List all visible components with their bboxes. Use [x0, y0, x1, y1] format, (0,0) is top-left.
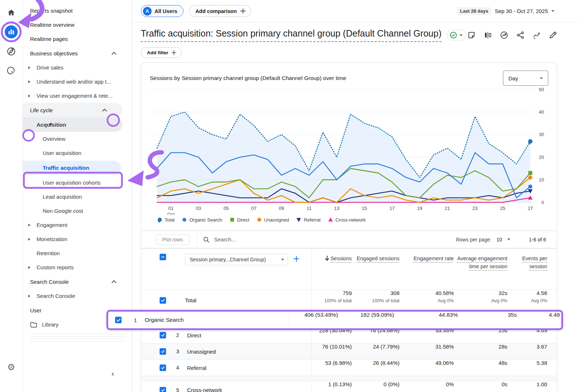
x-axis-label: 19: [417, 206, 422, 211]
select-all-checkbox[interactable]: [160, 254, 166, 260]
advertising-icon[interactable]: [4, 64, 18, 78]
metric-value: 49.06%: [400, 360, 454, 376]
gear-icon[interactable]: ⚙: [4, 360, 18, 374]
sidebar-item-label: Realtime pages: [30, 36, 68, 42]
row-number: 2: [176, 332, 187, 338]
reports-icon[interactable]: [4, 25, 18, 39]
expand-arrow-icon[interactable]: [28, 94, 30, 97]
sidebar-item-label: Retention: [37, 250, 60, 256]
all-users-segment[interactable]: A All Users: [141, 5, 183, 17]
legend-item-unassigned[interactable]: Unassigned: [257, 217, 289, 223]
plus-icon: [240, 8, 246, 14]
row-checkbox[interactable]: [160, 332, 166, 338]
table-row-cross-network[interactable]: 5Cross-network1 (0.13%)0 (0%)0%0s1.00: [141, 381, 557, 392]
sidebar-item-understand-web-and-or-app-t-[interactable]: Understand web and/or app t...: [23, 75, 132, 89]
x-axis-label: 05: [224, 206, 229, 211]
highlighted-organic-search-row[interactable]: 1 Organic Search 406 (53.49%) 182 (59.09…: [106, 310, 563, 330]
column-header-engagement-rate[interactable]: Engagement rate: [400, 249, 454, 290]
nav-divider: [30, 334, 124, 334]
legend-item-referral[interactable]: Referral: [296, 217, 320, 223]
sidebar-item-reports-snapshot[interactable]: Reports snapshot: [23, 4, 132, 18]
sidebar-item-user-acquisition-cohorts[interactable]: User acquisition cohorts: [23, 176, 132, 190]
edit-pencil-icon[interactable]: [549, 31, 557, 39]
add-comparison-button[interactable]: Add comparison: [189, 5, 251, 17]
report-header: Traffic acquisition: Session primary cha…: [132, 22, 579, 42]
expand-arrow-icon[interactable]: [28, 80, 30, 83]
legend-item-cross-network[interactable]: Cross-network: [328, 217, 366, 223]
table-search[interactable]: Search...: [203, 236, 456, 243]
totals-checkbox[interactable]: [160, 297, 166, 304]
sparkline-icon[interactable]: [532, 31, 541, 39]
expand-arrow-icon[interactable]: [28, 295, 30, 298]
channel-name: Organic Search: [145, 317, 184, 323]
sidebar-item-search-console[interactable]: Search Console: [23, 274, 132, 289]
data-quality-badge[interactable]: [447, 30, 466, 41]
metric-value: 5.38: [507, 360, 547, 376]
column-header-average-engagement-time-per-session[interactable]: Average engagement time per session: [454, 249, 507, 290]
sidebar-item-monetization[interactable]: Monetization: [23, 232, 132, 246]
metric-value: 24 (7.79%): [352, 343, 400, 359]
add-dimension-icon[interactable]: [293, 256, 300, 264]
expand-arrow-icon[interactable]: [28, 266, 30, 269]
collapse-caret-icon[interactable]: [49, 123, 52, 126]
sidebar-item-life-cycle[interactable]: Life cycle: [23, 103, 122, 117]
sidebar-item-view-user-engagement-rete-[interactable]: View user engagement & rete...: [23, 89, 132, 103]
chevron-up-icon[interactable]: [111, 52, 117, 55]
sidebar-item-label: Custom reports: [37, 264, 74, 270]
sidebar-item-label: Realtime overview: [30, 22, 75, 28]
sidebar-item-search-console[interactable]: Search Console: [23, 289, 132, 303]
chevron-up-icon[interactable]: [111, 280, 117, 283]
sidebar-item-retention[interactable]: Retention: [23, 246, 132, 260]
explore-icon[interactable]: [4, 44, 18, 59]
chevron-down-icon[interactable]: [507, 239, 510, 240]
plot-rows-button[interactable]: Plot rows: [156, 234, 189, 245]
sidebar-item-traffic-acquisition[interactable]: Traffic acquisition: [23, 161, 121, 175]
circle-icon: [182, 217, 187, 223]
expand-arrow-icon[interactable]: [28, 238, 30, 241]
chevron-up-icon[interactable]: [102, 109, 107, 112]
collapse-sidebar-icon[interactable]: ‹: [111, 369, 114, 378]
note-icon[interactable]: [467, 31, 476, 39]
column-header-engaged-sessions[interactable]: Engaged sessions: [352, 249, 400, 290]
sidebar-item-non-google-cost[interactable]: Non Google cost: [23, 204, 132, 218]
column-header-events-per-session[interactable]: Events per session: [507, 249, 547, 290]
compare-bars-icon[interactable]: [483, 31, 492, 39]
sidebar-item-realtime-pages[interactable]: Realtime pages: [23, 32, 132, 46]
dimension-select[interactable]: Session primary...Channel Group): [185, 254, 288, 265]
insights-circle-icon[interactable]: [500, 31, 508, 39]
sidebar-item-custom-reports[interactable]: Custom reports: [23, 260, 132, 274]
row-checkbox[interactable]: [115, 317, 122, 323]
sidebar-item-acquisition[interactable]: Acquisition: [23, 117, 122, 132]
rows-per-page-value[interactable]: 10: [496, 237, 502, 243]
table-row-referral[interactable]: 4Referral53 (6.98%)26 (8.44%)49.06%48s5.…: [141, 359, 557, 376]
sidebar-item-drive-sales[interactable]: Drive sales: [23, 60, 132, 75]
sidebar-item-label: Reports snapshot: [30, 8, 73, 14]
row-checkbox[interactable]: [160, 348, 166, 355]
row-checkbox[interactable]: [160, 387, 166, 392]
expand-arrow-icon[interactable]: [28, 224, 30, 227]
legend-item-direct[interactable]: Direct: [229, 217, 249, 223]
row-number: 3: [176, 349, 187, 354]
row-number: 4: [176, 365, 187, 371]
sidebar-item-business-objectives[interactable]: Business objectives: [23, 46, 132, 60]
share-icon[interactable]: [516, 31, 525, 39]
add-filter-button[interactable]: Add filter: [141, 47, 182, 58]
sidebar-item-lead-acquisition[interactable]: Lead acquisition: [23, 190, 132, 204]
expand-arrow-icon[interactable]: [28, 66, 30, 69]
row-checkbox[interactable]: [160, 364, 166, 371]
row-number: 5: [176, 387, 187, 392]
date-range-picker[interactable]: Last 28 days Sep 30 - Oct 27, 2025: [457, 7, 554, 15]
granularity-select[interactable]: Day: [503, 71, 548, 86]
sidebar-item-engagement[interactable]: Engagement: [23, 218, 132, 232]
legend-item-total[interactable]: Total: [157, 217, 174, 223]
column-header-sessions[interactable]: Sessions: [312, 249, 352, 290]
sidebar-item-realtime-overview[interactable]: Realtime overview: [23, 18, 132, 32]
home-icon[interactable]: [4, 5, 18, 20]
table-row-unassigned[interactable]: 3Unassigned76 (10.01%)24 (7.79%)31.58%28…: [141, 343, 557, 359]
sidebar-item-user-acquisition[interactable]: User acquisition: [23, 146, 132, 160]
plus-icon: [171, 50, 177, 55]
legend-item-organic-search[interactable]: Organic Search: [182, 217, 222, 223]
report-actions: [467, 31, 557, 39]
date-chip: Last 28 days: [457, 7, 491, 15]
sidebar-item-overview[interactable]: Overview: [23, 132, 132, 146]
